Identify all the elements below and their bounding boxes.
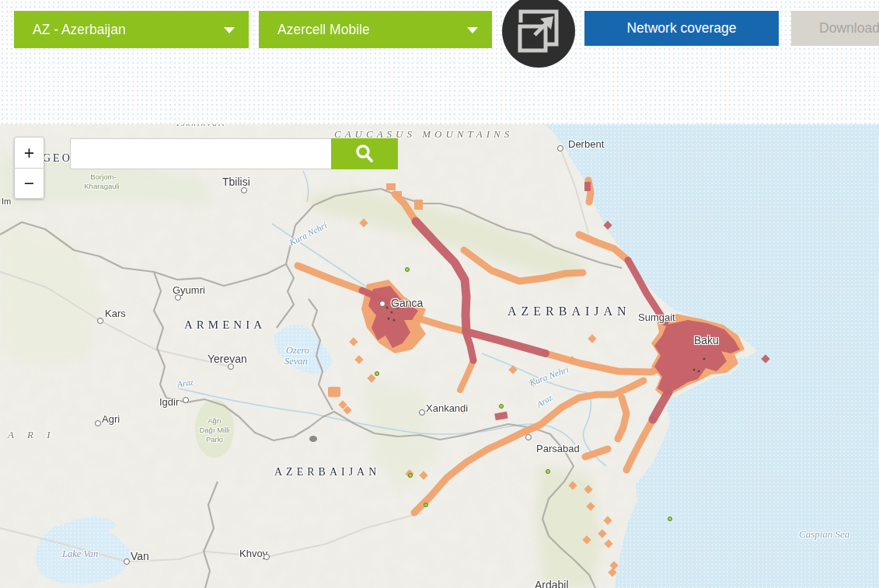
city-marker-parsabad — [525, 434, 532, 440]
city-marker-yerevan — [228, 364, 234, 370]
search-input[interactable] — [70, 138, 331, 169]
mountain-peak-mark — [309, 436, 317, 442]
search-button[interactable] — [331, 138, 398, 169]
toolbar: AZ - Azerbaijan Azercell Mobile Network … — [0, 0, 879, 124]
city-marker-van — [124, 558, 130, 565]
operator-select[interactable]: Azercell Mobile — [259, 11, 492, 48]
search-icon — [354, 143, 375, 165]
city-marker-tbilisi — [241, 187, 247, 193]
map-zoom-control: + − — [14, 137, 44, 199]
country-select-value: AZ - Azerbaijan — [33, 22, 126, 38]
chevron-down-icon — [467, 27, 478, 33]
city-marker-igdir — [183, 397, 189, 403]
city-marker-ganca — [379, 301, 385, 307]
country-select[interactable]: AZ - Azerbaijan — [14, 11, 249, 48]
city-marker-agri — [95, 420, 101, 426]
operator-select-value: Azercell Mobile — [277, 22, 370, 38]
download-button[interactable]: Download — [791, 11, 879, 46]
chevron-down-icon — [224, 27, 235, 33]
city-marker-khvoy — [263, 554, 270, 560]
map-search — [70, 138, 398, 169]
network-coverage-button[interactable]: Network coverage — [584, 11, 779, 46]
coverage-app: AZ - Azerbaijan Azercell Mobile Network … — [0, 0, 879, 588]
fullscreen-button[interactable] — [502, 0, 575, 68]
city-marker-gyumri — [175, 294, 181, 301]
city-marker-xankandi — [419, 409, 425, 416]
zoom-out-button[interactable]: − — [14, 168, 44, 199]
expand-icon — [502, 0, 575, 68]
map-canvas — [0, 124, 879, 588]
coverage-map[interactable]: Tskhinvali CAUCASUS MOUNTAINS Derbent GE… — [0, 124, 879, 588]
city-marker-derbent — [557, 145, 563, 151]
zoom-in-button[interactable]: + — [14, 137, 44, 168]
city-marker-kars — [97, 318, 103, 324]
